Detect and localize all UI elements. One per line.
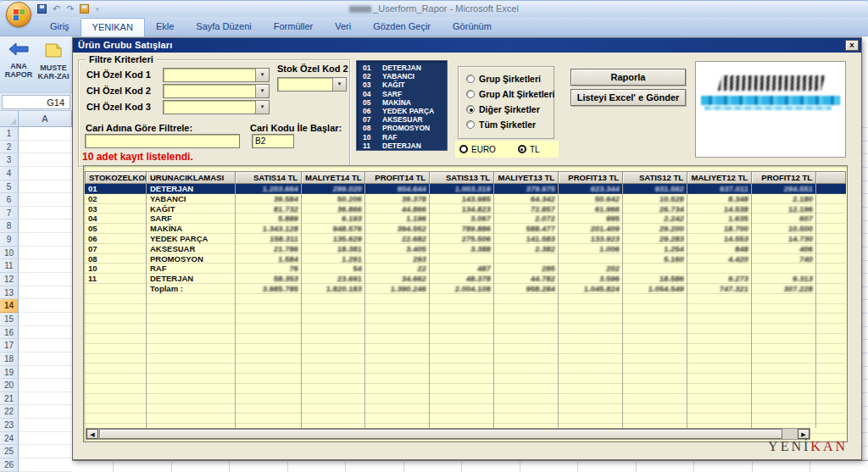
cari-kodu-input[interactable]: [252, 134, 294, 148]
row-header-23[interactable]: 23: [0, 419, 19, 432]
ch-ozel-kod2-combo[interactable]: ▼: [163, 84, 270, 98]
table-row-04[interactable]: 04SARF5.8896.1931.1963.0672.0729952.2421…: [85, 214, 846, 224]
table-empty-row[interactable]: [85, 354, 846, 364]
cell-A6[interactable]: [19, 193, 72, 207]
cell-A9[interactable]: [19, 233, 72, 247]
table-empty-row[interactable]: [85, 384, 846, 394]
row-header-10[interactable]: 10: [0, 247, 19, 260]
currency-radio-euro[interactable]: EURO: [459, 145, 496, 154]
company-radio-2[interactable]: Diğer Şirketler: [466, 104, 540, 114]
musteri-kar-zarar-button[interactable]: MUSTEKAR-ZAI: [36, 39, 70, 92]
row-header-2[interactable]: 2: [0, 141, 19, 154]
table-empty-row[interactable]: [85, 394, 846, 404]
chevron-down-icon[interactable]: ▼: [332, 78, 346, 91]
table-empty-row[interactable]: [85, 334, 846, 344]
row-header-22[interactable]: 22: [0, 405, 19, 419]
ch-ozel-kod1-combo[interactable]: ▼: [163, 68, 270, 82]
table-empty-row[interactable]: [85, 324, 846, 334]
cell-A4[interactable]: [19, 167, 72, 180]
row-header-20[interactable]: 20: [0, 379, 19, 392]
cell-A5[interactable]: [19, 180, 72, 194]
listbox-item-03[interactable]: 03KAĞIT: [357, 81, 447, 89]
row-header-21[interactable]: 21: [0, 392, 19, 406]
column-header-4[interactable]: PROFIT14 TL: [365, 171, 430, 184]
row-header-11[interactable]: 11: [0, 259, 19, 273]
table-row-01[interactable]: 01DETERJAN1.203.664299.020904.6441.003.3…: [85, 184, 846, 194]
cell-A25[interactable]: [19, 445, 72, 458]
company-radio-0[interactable]: Grup Şirketleri: [466, 74, 541, 84]
table-row-11[interactable]: 11DETERJAN58.35323.69134.66248.37844.782…: [85, 274, 846, 284]
column-header-3[interactable]: MALIYET14 TL: [302, 171, 365, 184]
cell-A11[interactable]: [19, 259, 72, 273]
listbox-item-02[interactable]: 02YABANCI: [357, 72, 447, 81]
listbox-item-10[interactable]: 10RAF: [357, 133, 447, 142]
cell-A15[interactable]: [19, 313, 72, 326]
chevron-down-icon[interactable]: ▼: [255, 101, 269, 114]
undo-icon[interactable]: ↶: [53, 2, 60, 16]
qat-dropdown-icon[interactable]: ▾: [95, 5, 99, 14]
table-row-02[interactable]: 02YABANCI39.58450.20639.378143.98564.342…: [85, 194, 846, 204]
cell-A21[interactable]: [19, 392, 72, 406]
horizontal-scrollbar[interactable]: ◀ ▶: [86, 428, 810, 440]
ribbon-tab-giriş[interactable]: Giriş: [39, 18, 81, 36]
table-body[interactable]: 01DETERJAN1.203.664299.020904.6441.003.3…: [85, 184, 846, 434]
row-header-14[interactable]: 14: [0, 299, 19, 313]
ch-ozel-kod3-combo[interactable]: ▼: [163, 100, 270, 114]
column-header-5[interactable]: SATIS13 TL: [430, 171, 494, 184]
row-header-24[interactable]: 24: [0, 432, 19, 446]
name-box[interactable]: G14: [2, 95, 70, 109]
ribbon-tab-sayfa-düzeni[interactable]: Sayfa Düzeni: [185, 18, 262, 36]
scroll-right-icon[interactable]: ▶: [798, 429, 810, 439]
office-button[interactable]: [6, 2, 31, 27]
listbox-item-08[interactable]: 08PROMOSYON: [357, 124, 447, 132]
row-header-8[interactable]: 8: [0, 219, 19, 233]
cari-adina-gore-input[interactable]: [85, 134, 240, 148]
cell-A17[interactable]: [19, 339, 72, 353]
row-header-7[interactable]: 7: [0, 207, 19, 220]
ribbon-tab-veri[interactable]: Veri: [324, 18, 362, 36]
ribbon-tab-görünüm[interactable]: Görünüm: [442, 18, 503, 36]
table-empty-row[interactable]: [85, 374, 846, 384]
cell-A18[interactable]: [19, 353, 72, 366]
cell-A14[interactable]: [19, 299, 72, 313]
table-empty-row[interactable]: [85, 314, 846, 324]
row-header-26[interactable]: 26: [0, 458, 19, 472]
table-row-05[interactable]: 05MAKİNA1.343.128948.576394.552789.88658…: [85, 224, 846, 234]
table-empty-row[interactable]: [85, 414, 846, 424]
stok-ozel-kod2-combo[interactable]: ▼: [277, 77, 347, 92]
cell-A13[interactable]: [19, 286, 72, 300]
row-header-3[interactable]: 3: [0, 153, 19, 167]
listeyi-excele-gonder-button[interactable]: Listeyi Excel' e Gönder: [570, 89, 686, 106]
cell-A7[interactable]: [19, 207, 72, 220]
dialog-titlebar[interactable]: Ürün Grubu Satışları: [73, 38, 861, 53]
product-group-listbox[interactable]: 01DETERJAN02YABANCI03KAĞIT04SARF05MAKİNA…: [356, 60, 448, 151]
select-all-corner[interactable]: [0, 111, 19, 127]
ana-rapor-button[interactable]: ANARAPOR: [2, 39, 36, 92]
column-header-A[interactable]: A: [19, 111, 72, 127]
cell-A20[interactable]: [19, 379, 72, 392]
company-radio-1[interactable]: Grup Alt Şirketleri: [466, 89, 554, 99]
currency-radio-tl[interactable]: TL: [518, 145, 540, 154]
listbox-item-05[interactable]: 05MAKİNA: [357, 98, 447, 107]
ribbon-tab-yenikan[interactable]: YENIKAN: [81, 18, 145, 36]
table-empty-row[interactable]: [85, 344, 846, 354]
chevron-down-icon[interactable]: ▼: [255, 85, 269, 97]
custom-macro-icon[interactable]: [80, 4, 89, 14]
row-header-25[interactable]: 25: [0, 445, 19, 458]
table-empty-row[interactable]: [85, 404, 846, 414]
table-total-row[interactable]: Toplam :3.985.7851.820.1831.390.2462.004…: [85, 284, 846, 294]
ribbon-tab-ekle[interactable]: Ekle: [145, 18, 185, 36]
table-row-06[interactable]: 06YEDEK PARÇA158.311135.62922.682275.506…: [85, 234, 846, 244]
listbox-item-06[interactable]: 06YEDEK PARÇA: [357, 107, 447, 115]
raporla-button[interactable]: Raporla: [570, 69, 686, 86]
row-header-19[interactable]: 19: [0, 366, 19, 380]
cell-A22[interactable]: [19, 405, 72, 419]
cell-A16[interactable]: [19, 326, 72, 340]
row-header-9[interactable]: 9: [0, 233, 19, 247]
cell-A23[interactable]: [19, 419, 72, 432]
table-row-10[interactable]: 10RAF765422487285202: [85, 264, 846, 274]
cell-A2[interactable]: [19, 141, 72, 154]
cell-A10[interactable]: [19, 247, 72, 260]
table-empty-row[interactable]: [85, 364, 846, 374]
cell-A24[interactable]: [19, 432, 72, 446]
